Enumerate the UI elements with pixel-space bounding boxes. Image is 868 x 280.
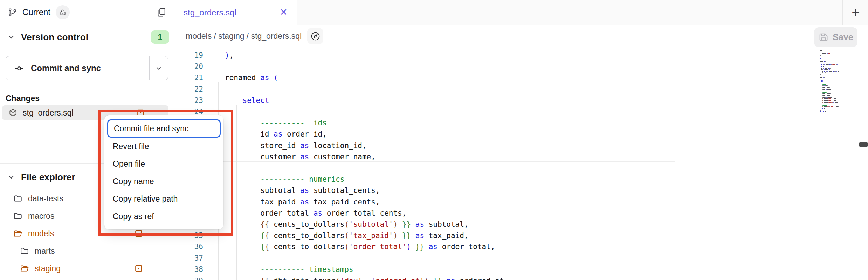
version-control-header[interactable]: Version control 1 (7, 29, 169, 45)
line-number: 20 (174, 61, 203, 72)
code-line: {{ cents_to_dollars('tax_paid') }} as ta… (225, 230, 504, 241)
context-menu-item-commit-file-and-sync[interactable]: Commit file and sync (107, 119, 221, 138)
file-explorer-header[interactable]: File explorer (7, 169, 75, 185)
save-label: Save (833, 32, 853, 42)
code-content[interactable]: ), renamed as ( select ---------- ids id… (225, 50, 504, 280)
save-icon (818, 32, 828, 42)
breadcrumb: models / staging / stg_orders.sql (186, 31, 302, 41)
sidebar-item-staging[interactable]: staging (0, 260, 174, 277)
chevron-down-icon (155, 64, 163, 72)
line-number: 37 (174, 253, 203, 264)
git-branch-icon (8, 8, 17, 17)
code-line (225, 162, 504, 174)
line-number: 39 (174, 275, 203, 280)
folder-name: macros (28, 211, 54, 221)
file-context-menu: Commit file and syncRevert fileOpen file… (104, 115, 223, 229)
version-control-title: Version control (21, 32, 88, 43)
sidebar-item-marts[interactable]: marts (0, 242, 174, 260)
tab-title: stg_orders.sql (184, 8, 236, 18)
code-line: store_id as location_id, (225, 140, 504, 151)
ide-window: Current Version control 1 (0, 0, 868, 280)
folder-open-icon (13, 229, 22, 238)
folder-open-icon (20, 264, 29, 273)
compass-icon (310, 31, 321, 41)
folder-name: data-tests (28, 194, 63, 203)
code-line: select (225, 95, 504, 106)
commit-and-sync-label: Commit and sync (31, 63, 101, 73)
code-line (225, 84, 504, 95)
context-menu-item-open-file[interactable]: Open file (104, 155, 223, 173)
line-number: 36 (174, 241, 203, 252)
code-line (225, 253, 504, 264)
modified-indicator-icon (135, 230, 143, 238)
context-menu-item-revert-file[interactable]: Revert file (104, 138, 223, 155)
line-number: 22 (174, 84, 203, 95)
minimap[interactable] (820, 50, 858, 112)
code-line: renamed as ( (225, 72, 504, 83)
tabbar-divider (842, 0, 843, 24)
new-tab-button[interactable]: + (844, 0, 868, 24)
branch-header: Current (0, 0, 174, 25)
code-line: order_total as order_total_cents, (225, 208, 504, 219)
editor-pane: stg_orders.sql ✕ + models / staging / st… (174, 0, 868, 280)
model-cube-icon (8, 108, 18, 117)
code-line: {{ cents_to_dollars('order_total') }} as… (225, 241, 504, 252)
tab-bar: stg_orders.sql ✕ + (174, 0, 868, 25)
commit-options-dropdown[interactable] (149, 56, 168, 80)
breadcrumb-bar: models / staging / stg_orders.sql (174, 24, 868, 48)
code-line: id as order_id, (225, 128, 504, 140)
chevron-down-icon[interactable] (7, 33, 15, 41)
panel-resize-handle[interactable] (859, 142, 868, 147)
git-commit-icon (14, 63, 25, 74)
code-line: ), (225, 50, 504, 61)
code-line: tax_paid as tax_paid_cents, (225, 196, 504, 208)
duplicate-icon[interactable] (156, 7, 166, 18)
folder-icon (20, 246, 29, 255)
branch-lock-badge (56, 5, 70, 19)
code-line: ---------- timestamps (225, 264, 504, 275)
minimap-border (859, 48, 859, 280)
line-number: 19 (174, 50, 203, 61)
line-number: 38 (174, 264, 203, 275)
code-line: ---------- numerics (225, 174, 504, 185)
code-editor[interactable]: 1920212223242526272829303132333435363738… (174, 48, 868, 280)
tab-stg-orders[interactable]: stg_orders.sql ✕ (174, 0, 297, 25)
line-number: 23 (174, 95, 203, 106)
context-menu-item-copy-name[interactable]: Copy name (104, 173, 223, 190)
changed-file-name: stg_orders.sql (23, 108, 73, 118)
lock-icon (59, 9, 67, 16)
commit-and-sync-button[interactable]: Commit and sync (6, 56, 168, 80)
code-line: ---------- ids (225, 117, 504, 128)
modified-indicator-icon (135, 265, 143, 273)
lineage-button[interactable] (307, 28, 323, 44)
changes-count-badge: 1 (151, 30, 169, 44)
code-line: {{ dbt.date_trunc('day', 'ordered_at') }… (225, 275, 504, 280)
context-menu-item-copy-as-ref[interactable]: Copy as ref (104, 208, 223, 225)
branch-name[interactable]: Current (22, 7, 50, 17)
code-line (225, 61, 504, 72)
code-line: {{ cents_to_dollars('subtotal') }} as su… (225, 219, 504, 230)
folder-icon (13, 211, 22, 220)
changes-section-title: Changes (6, 94, 40, 103)
folder-name: marts (35, 246, 55, 256)
folder-icon (13, 194, 22, 203)
chevron-down-icon[interactable] (7, 173, 15, 181)
code-line: subtotal as subtotal_cents, (225, 185, 504, 196)
save-button[interactable]: Save (814, 27, 857, 47)
code-line (225, 106, 504, 117)
close-icon[interactable]: ✕ (280, 8, 288, 17)
folder-name: models (28, 229, 54, 238)
folder-name: staging (35, 264, 61, 273)
line-number: 21 (174, 72, 203, 83)
line-number: 35 (174, 230, 203, 241)
context-menu-item-copy-relative-path[interactable]: Copy relative path (104, 190, 223, 208)
code-line: customer as customer_name, (225, 151, 504, 162)
file-explorer-title: File explorer (21, 172, 75, 183)
